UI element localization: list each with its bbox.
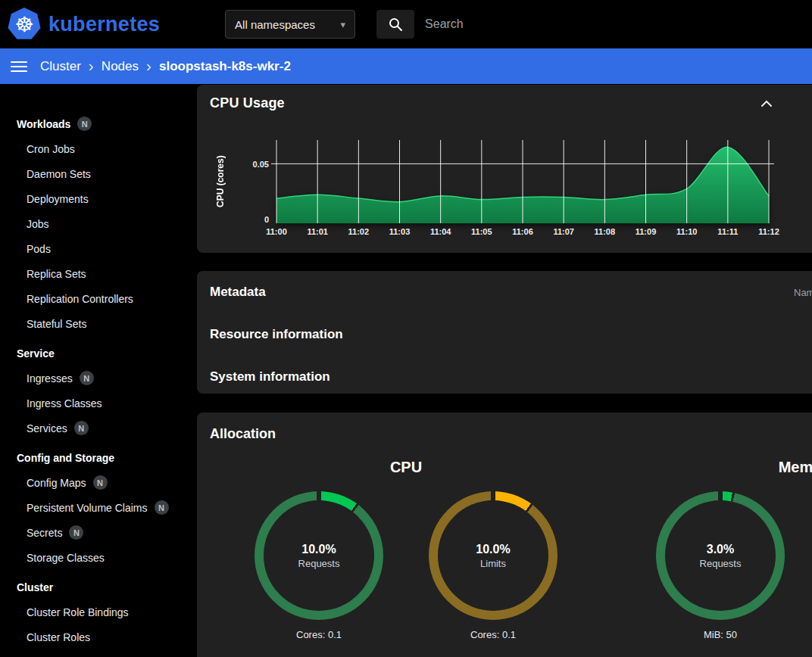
sidebar-section-label: Service — [17, 347, 55, 360]
x-tick-label: 11:00 — [266, 227, 287, 236]
sidebar-item-label: Deployments — [27, 193, 89, 205]
sidebar-item-label: Config Maps — [27, 477, 86, 489]
donut-percent: 10.0% — [476, 543, 510, 556]
x-tick-label: 11:02 — [348, 227, 370, 236]
sidebar-item-label: Cluster Roles — [27, 631, 90, 643]
sidebar-section-config-and-storage[interactable]: Config and Storage — [17, 445, 197, 470]
cpu-usage-title: CPU Usage — [210, 95, 285, 111]
cpu-usage-card: CPU Usage CPU (cores) 0.05 0 11:0011:011… — [197, 85, 812, 253]
donut-chart: 10.0% Requests — [255, 491, 383, 620]
donut-percent: 10.0% — [301, 543, 336, 556]
namespaced-badge: N — [77, 117, 92, 131]
metadata-name-label: Name — [794, 287, 812, 298]
sidebar-item-ingresses[interactable]: IngressesN — [17, 366, 197, 391]
top-app-bar: ☸ kubernetes All namespaces ▾ — [0, 0, 812, 48]
sidebar-item-cron-jobs[interactable]: Cron Jobs — [17, 136, 197, 161]
namespaced-badge: N — [80, 371, 94, 385]
search-icon — [388, 17, 403, 32]
sidebar-item-deployments[interactable]: Deployments — [17, 186, 197, 211]
donut-label: Requests — [298, 558, 340, 569]
sidebar-section-cluster[interactable]: Cluster — [17, 574, 197, 599]
namespaced-badge: N — [74, 421, 89, 435]
sidebar-item-stateful-sets[interactable]: Stateful Sets — [17, 311, 197, 336]
breadcrumb: Cluster › Nodes › sloopstash-k8s-wkr-2 — [40, 59, 291, 74]
namespaced-badge: N — [155, 500, 169, 515]
main-content: CPU Usage CPU (cores) 0.05 0 11:0011:011… — [197, 84, 812, 657]
sidebar-item-replication-controllers[interactable]: Replication Controllers — [17, 286, 197, 311]
sidebar-item-label: Ingress Classes — [27, 397, 102, 409]
sidebar-item-secrets[interactable]: SecretsN — [17, 520, 197, 545]
x-tick-label: 11:05 — [471, 227, 492, 236]
sidebar-item-label: Secrets — [27, 527, 62, 539]
memory-requests-donut: 3.0% Requests MiB: 50 — [656, 491, 785, 640]
donut-label: Limits — [480, 558, 506, 569]
chevron-down-icon: ▾ — [341, 19, 346, 30]
sidebar-item-daemon-sets[interactable]: Daemon Sets — [17, 161, 197, 186]
sidebar-section-service[interactable]: Service — [17, 341, 197, 366]
x-tick-label: 11:03 — [389, 227, 411, 236]
x-tick-label: 11:11 — [717, 227, 738, 236]
y-tick-label: 0.05 — [227, 160, 269, 169]
sidebar-item-label: Cluster Role Bindings — [27, 606, 129, 618]
cpu-group-heading: CPU — [255, 459, 557, 476]
x-tick-label: 11:04 — [430, 227, 451, 236]
sidebar-item-label: Storage Classes — [27, 552, 105, 564]
app-title: kubernetes — [48, 13, 160, 36]
sidebar-item-label: Replication Controllers — [27, 293, 133, 305]
allocation-title: Allocation — [210, 426, 812, 442]
breadcrumb-cluster[interactable]: Cluster — [40, 59, 81, 74]
x-tick-label: 11:10 — [676, 227, 698, 236]
sidebar-section-label: Workloads — [17, 118, 70, 130]
breadcrumb-current-node: sloopstash-k8s-wkr-2 — [159, 59, 291, 74]
sidebar-item-label: Stateful Sets — [27, 318, 86, 330]
chevron-right-icon: › — [146, 58, 151, 73]
donut-chart: 10.0% Limits — [429, 491, 557, 620]
sidebar-item-label: Ingresses — [27, 372, 73, 385]
sidebar-item-cluster-roles[interactable]: Cluster Roles — [17, 624, 197, 649]
cpu-limits-donut: 10.0% Limits Cores: 0.1 — [429, 491, 557, 640]
donut-caption: Cores: 0.1 — [255, 629, 383, 640]
system-information-title: System information — [210, 369, 330, 385]
sidebar-item-persistent-volume-claims[interactable]: Persistent Volume ClaimsN — [17, 495, 197, 520]
sidebar-item-label: Daemon Sets — [27, 168, 91, 180]
donut-caption: Cores: 0.1 — [429, 629, 557, 640]
collapse-icon[interactable] — [759, 97, 774, 111]
sidebar-item-pods[interactable]: Pods — [17, 236, 197, 261]
donut-center: 10.0% Limits — [429, 491, 557, 620]
sidebar-item-jobs[interactable]: Jobs — [17, 211, 197, 236]
search-button[interactable] — [376, 10, 414, 39]
sidebar-item-ingress-classes[interactable]: Ingress Classes — [17, 391, 197, 416]
node-details-card: Metadata Name Resource information Syste… — [197, 271, 812, 394]
sidebar-item-label: Jobs — [27, 218, 49, 230]
namespaced-badge: N — [93, 475, 108, 490]
sidebar-item-config-maps[interactable]: Config MapsN — [17, 470, 197, 495]
sidebar-section-label: Config and Storage — [17, 452, 114, 464]
breadcrumb-bar: Cluster › Nodes › sloopstash-k8s-wkr-2 — [0, 48, 812, 84]
sidebar-item-cluster-role-bindings[interactable]: Cluster Role Bindings — [17, 599, 197, 624]
system-information-section[interactable]: System information — [197, 356, 812, 398]
sidebar-item-replica-sets[interactable]: Replica Sets — [17, 261, 197, 286]
breadcrumb-nodes[interactable]: Nodes — [102, 59, 139, 74]
sidebar-item-label: Pods — [27, 243, 51, 255]
metadata-section[interactable]: Metadata Name — [197, 271, 812, 313]
donut-center: 3.0% Requests — [656, 491, 785, 620]
menu-icon[interactable] — [11, 61, 27, 72]
x-tick-label: 11:08 — [595, 227, 616, 236]
memory-group-heading: Memory — [656, 459, 812, 476]
y-tick-label: 0 — [227, 215, 269, 224]
sidebar-nav: WorkloadsNCron JobsDaemon SetsDeployment… — [0, 84, 197, 657]
helm-wheel-icon: ☸ — [8, 8, 41, 41]
sidebar-item-label: Replica Sets — [27, 268, 86, 280]
sidebar-item-label: Cron Jobs — [27, 143, 75, 155]
namespaced-badge: N — [69, 525, 83, 540]
sidebar-item-label: Services — [27, 422, 67, 434]
sidebar-item-storage-classes[interactable]: Storage Classes — [17, 545, 197, 570]
search-input[interactable] — [425, 17, 743, 31]
namespace-selector[interactable]: All namespaces ▾ — [225, 10, 355, 39]
x-tick-label: 11:09 — [636, 227, 657, 236]
sidebar-item-label: Persistent Volume Claims — [27, 502, 148, 514]
sidebar-section-workloads[interactable]: WorkloadsN — [17, 111, 197, 136]
sidebar-item-services[interactable]: ServicesN — [17, 416, 197, 441]
kubernetes-logo[interactable]: ☸ — [8, 8, 41, 41]
resource-information-section[interactable]: Resource information — [197, 313, 812, 356]
